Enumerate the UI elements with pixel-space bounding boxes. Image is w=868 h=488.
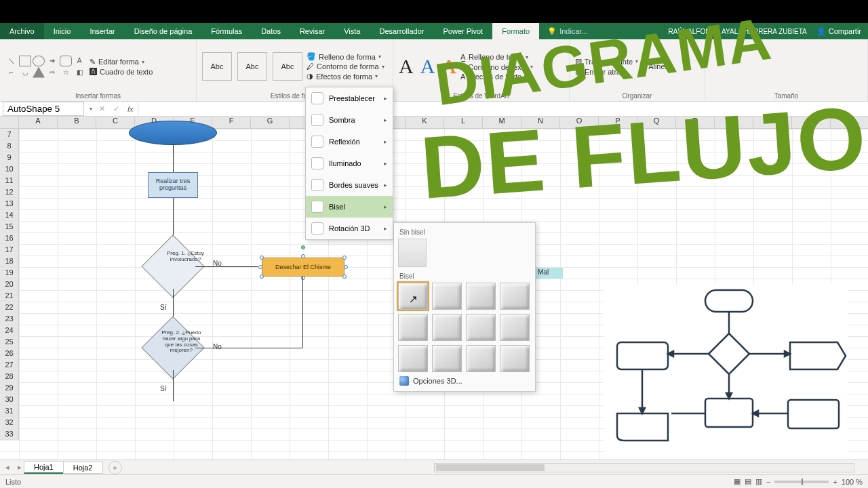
row-header-21[interactable]: 21 [0, 290, 19, 302]
row-header-26[interactable]: 26 [0, 348, 19, 359]
col-B[interactable]: B [58, 117, 96, 128]
cell-mal[interactable]: Mal [536, 268, 563, 279]
shape-ellipse-icon[interactable] [33, 56, 45, 66]
fx-chevron-icon[interactable]: ▾ [87, 106, 95, 112]
col-G[interactable]: G [251, 117, 290, 128]
shape-effects-button[interactable]: ◑Efectos de forma▾ [307, 72, 384, 81]
shape-line-icon[interactable]: ＼ [5, 56, 18, 66]
tab-powerpivot[interactable]: Power Pivot [433, 23, 492, 39]
row-header-10[interactable]: 10 [0, 163, 19, 175]
zoom-in-button[interactable]: + [833, 478, 837, 486]
name-box[interactable] [3, 102, 84, 116]
bevel-option-12[interactable] [500, 345, 530, 372]
tab-revisar[interactable]: Revisar [290, 23, 334, 39]
shape-textbox-icon[interactable]: A [73, 56, 85, 66]
sheet-tab-hoja1[interactable]: Hoja1 [24, 461, 64, 474]
tab-vista[interactable]: Vista [334, 23, 370, 39]
horizontal-scrollbar[interactable] [434, 463, 854, 472]
row-header-32[interactable]: 32 [0, 417, 19, 428]
style-preset-1[interactable]: Abc [202, 52, 232, 81]
row-header-15[interactable]: 15 [0, 221, 19, 232]
flowchart-start-ellipse[interactable] [129, 121, 217, 145]
view-normal-icon[interactable]: ▦ [734, 477, 741, 486]
bevel-option-10[interactable] [432, 345, 462, 372]
row-header-30[interactable]: 30 [0, 394, 19, 405]
bevel-option-2[interactable] [432, 283, 462, 310]
shape-roundrect-icon[interactable] [60, 56, 72, 66]
sheet-nav-prev-icon[interactable]: ◂ [0, 463, 15, 472]
tab-datos[interactable]: Datos [252, 23, 290, 39]
row-header-18[interactable]: 18 [0, 256, 19, 267]
col-C[interactable]: C [96, 117, 135, 128]
fx-enter-icon[interactable]: ✓ [109, 104, 123, 113]
row-header-7[interactable]: 7 [0, 129, 19, 140]
fx-cancel-icon[interactable]: ✕ [95, 104, 109, 113]
sheet-nav-next-icon[interactable]: ▸ [15, 463, 24, 472]
shape-arrowblock-icon[interactable]: ⇨ [46, 67, 58, 78]
bevel-option-7[interactable] [466, 314, 496, 341]
resize-handle[interactable] [342, 256, 347, 260]
bevel-option-none[interactable] [398, 239, 427, 267]
zoom-out-button[interactable]: − [766, 478, 770, 486]
menu-item-3d-rotation[interactable]: Rotación 3D▸ [306, 218, 393, 239]
bevel-option-4[interactable] [500, 283, 530, 310]
rotate-handle[interactable] [301, 245, 305, 249]
share-button[interactable]: 👤 Compartir [810, 23, 868, 39]
tab-formulas[interactable]: Fórmulas [201, 23, 252, 39]
flowchart-process-preguntas[interactable]: Realizar tres preguntas [148, 172, 198, 198]
select-all-triangle[interactable] [0, 117, 19, 128]
menu-item-shadow[interactable]: Sombra▸ [306, 109, 393, 131]
row-header-12[interactable]: 12 [0, 186, 19, 198]
zoom-percent[interactable]: 100 % [842, 478, 863, 486]
fx-icon[interactable]: fx [123, 105, 138, 113]
view-pagebreak-icon[interactable]: ▥ [755, 477, 762, 486]
row-header-13[interactable]: 13 [0, 198, 19, 209]
resize-handle[interactable] [258, 265, 262, 269]
shapes-gallery[interactable]: ＼ ➔ A ⌐ ◡ ⇨ ☆ ◧ [5, 56, 85, 78]
row-header-22[interactable]: 22 [0, 302, 19, 313]
row-header-27[interactable]: 27 [0, 359, 19, 371]
sheet-tab-hoja2[interactable]: Hoja2 [63, 462, 103, 474]
col-F[interactable]: F [212, 117, 251, 128]
bevel-option-3[interactable] [466, 283, 496, 310]
bevel-option-5[interactable] [398, 314, 428, 341]
menu-item-bevel[interactable]: Bisel▸ [306, 196, 393, 218]
menu-item-reflection[interactable]: Reflexión▸ [306, 131, 393, 152]
bevel-option-1[interactable] [398, 283, 428, 310]
shape-rect-icon[interactable] [19, 56, 31, 66]
text-box-button[interactable]: 🅰Cuadro de texto [90, 68, 153, 76]
row-header-33[interactable]: 33 [0, 428, 19, 440]
col-A[interactable]: A [19, 117, 58, 128]
row-header-31[interactable]: 31 [0, 405, 19, 417]
shape-style-gallery[interactable]: Abc Abc Abc [202, 52, 302, 81]
row-header-19[interactable]: 19 [0, 267, 19, 279]
shape-fill-button[interactable]: 🪣Relleno de forma▾ [307, 52, 384, 61]
row-header-29[interactable]: 29 [0, 382, 19, 394]
wordart-preset-1[interactable]: A [399, 55, 414, 78]
menu-item-glow[interactable]: Iluminado▸ [306, 152, 393, 174]
row-header-17[interactable]: 17 [0, 244, 19, 256]
shape-connector-icon[interactable]: ⌐ [5, 67, 18, 78]
resize-handle[interactable] [342, 274, 347, 279]
row-header-14[interactable]: 14 [0, 209, 19, 221]
resize-handle[interactable] [301, 254, 305, 258]
shape-triangle-icon[interactable] [33, 67, 45, 78]
scrollbar-thumb[interactable] [436, 464, 545, 471]
resize-handle[interactable] [301, 276, 305, 280]
row-header-28[interactable]: 28 [0, 371, 19, 382]
row-header-23[interactable]: 23 [0, 313, 19, 325]
tab-diseno[interactable]: Diseño de página [125, 23, 202, 39]
row-header-16[interactable]: 16 [0, 232, 19, 244]
bevel-option-9[interactable] [398, 345, 428, 372]
row-header-11[interactable]: 11 [0, 175, 19, 186]
row-header-25[interactable]: 25 [0, 336, 19, 348]
tab-inicio[interactable]: Inicio [44, 23, 81, 39]
edit-shape-button[interactable]: ✎Editar forma▾ [90, 58, 153, 66]
bevel-option-11[interactable] [466, 345, 496, 372]
resize-handle[interactable] [260, 274, 264, 279]
view-pagelayout-icon[interactable]: ▤ [745, 477, 751, 486]
row-header-24[interactable]: 24 [0, 325, 19, 336]
menu-item-soft-edges[interactable]: Bordes suaves▸ [306, 174, 393, 196]
shape-star-icon[interactable]: ☆ [60, 67, 72, 78]
row-header-9[interactable]: 9 [0, 152, 19, 163]
